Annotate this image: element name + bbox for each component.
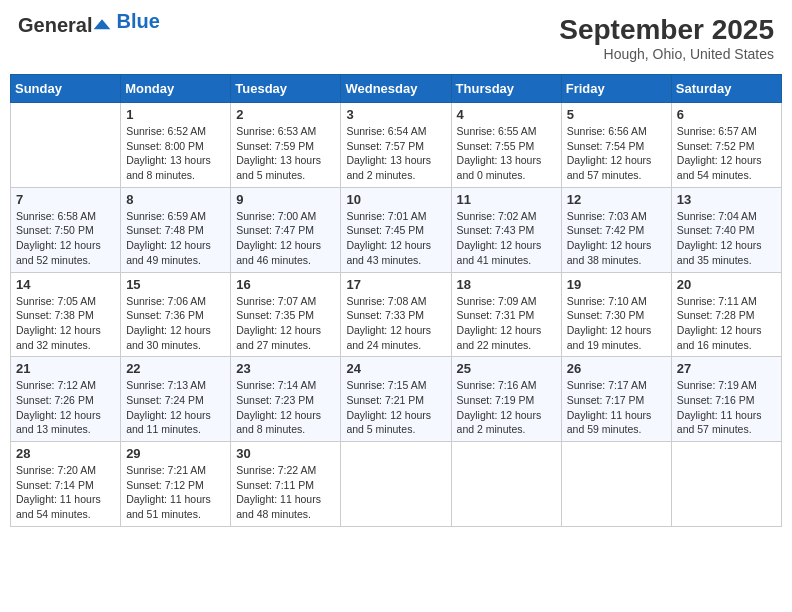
day-header-tuesday: Tuesday	[231, 75, 341, 103]
day-info: Sunrise: 7:22 AMSunset: 7:11 PMDaylight:…	[236, 463, 335, 522]
calendar-cell: 21Sunrise: 7:12 AMSunset: 7:26 PMDayligh…	[11, 357, 121, 442]
calendar-week-5: 28Sunrise: 7:20 AMSunset: 7:14 PMDayligh…	[11, 442, 782, 527]
calendar-cell	[341, 442, 451, 527]
day-info: Sunrise: 7:15 AMSunset: 7:21 PMDaylight:…	[346, 378, 445, 437]
calendar-cell: 8Sunrise: 6:59 AMSunset: 7:48 PMDaylight…	[121, 187, 231, 272]
subtitle: Hough, Ohio, United States	[559, 46, 774, 62]
calendar-week-2: 7Sunrise: 6:58 AMSunset: 7:50 PMDaylight…	[11, 187, 782, 272]
day-number: 25	[457, 361, 556, 376]
day-number: 20	[677, 277, 776, 292]
day-info: Sunrise: 7:11 AMSunset: 7:28 PMDaylight:…	[677, 294, 776, 353]
calendar-cell: 16Sunrise: 7:07 AMSunset: 7:35 PMDayligh…	[231, 272, 341, 357]
day-number: 15	[126, 277, 225, 292]
logo: General Blue	[18, 14, 160, 37]
header: General Blue September 2025 Hough, Ohio,…	[10, 10, 782, 66]
calendar-cell: 7Sunrise: 6:58 AMSunset: 7:50 PMDaylight…	[11, 187, 121, 272]
calendar-cell: 29Sunrise: 7:21 AMSunset: 7:12 PMDayligh…	[121, 442, 231, 527]
logo-general: General	[18, 14, 92, 37]
day-number: 6	[677, 107, 776, 122]
calendar-cell: 5Sunrise: 6:56 AMSunset: 7:54 PMDaylight…	[561, 103, 671, 188]
day-info: Sunrise: 6:58 AMSunset: 7:50 PMDaylight:…	[16, 209, 115, 268]
logo-icon	[92, 16, 112, 36]
day-number: 28	[16, 446, 115, 461]
day-number: 5	[567, 107, 666, 122]
day-info: Sunrise: 7:08 AMSunset: 7:33 PMDaylight:…	[346, 294, 445, 353]
day-info: Sunrise: 6:53 AMSunset: 7:59 PMDaylight:…	[236, 124, 335, 183]
day-header-friday: Friday	[561, 75, 671, 103]
day-info: Sunrise: 7:14 AMSunset: 7:23 PMDaylight:…	[236, 378, 335, 437]
day-info: Sunrise: 6:59 AMSunset: 7:48 PMDaylight:…	[126, 209, 225, 268]
calendar-cell: 26Sunrise: 7:17 AMSunset: 7:17 PMDayligh…	[561, 357, 671, 442]
day-info: Sunrise: 7:10 AMSunset: 7:30 PMDaylight:…	[567, 294, 666, 353]
calendar-cell: 9Sunrise: 7:00 AMSunset: 7:47 PMDaylight…	[231, 187, 341, 272]
day-header-monday: Monday	[121, 75, 231, 103]
calendar-cell: 27Sunrise: 7:19 AMSunset: 7:16 PMDayligh…	[671, 357, 781, 442]
day-number: 19	[567, 277, 666, 292]
day-info: Sunrise: 7:05 AMSunset: 7:38 PMDaylight:…	[16, 294, 115, 353]
day-number: 30	[236, 446, 335, 461]
calendar-cell	[561, 442, 671, 527]
day-number: 11	[457, 192, 556, 207]
calendar-cell: 28Sunrise: 7:20 AMSunset: 7:14 PMDayligh…	[11, 442, 121, 527]
day-number: 14	[16, 277, 115, 292]
day-number: 27	[677, 361, 776, 376]
day-number: 29	[126, 446, 225, 461]
calendar-cell	[451, 442, 561, 527]
day-info: Sunrise: 7:09 AMSunset: 7:31 PMDaylight:…	[457, 294, 556, 353]
calendar-cell: 20Sunrise: 7:11 AMSunset: 7:28 PMDayligh…	[671, 272, 781, 357]
calendar-week-3: 14Sunrise: 7:05 AMSunset: 7:38 PMDayligh…	[11, 272, 782, 357]
day-number: 24	[346, 361, 445, 376]
day-number: 4	[457, 107, 556, 122]
day-info: Sunrise: 7:13 AMSunset: 7:24 PMDaylight:…	[126, 378, 225, 437]
calendar-cell: 22Sunrise: 7:13 AMSunset: 7:24 PMDayligh…	[121, 357, 231, 442]
day-number: 17	[346, 277, 445, 292]
day-number: 10	[346, 192, 445, 207]
calendar: SundayMondayTuesdayWednesdayThursdayFrid…	[10, 74, 782, 527]
svg-marker-0	[94, 19, 111, 29]
day-header-saturday: Saturday	[671, 75, 781, 103]
day-number: 8	[126, 192, 225, 207]
calendar-cell: 17Sunrise: 7:08 AMSunset: 7:33 PMDayligh…	[341, 272, 451, 357]
day-number: 9	[236, 192, 335, 207]
calendar-cell: 4Sunrise: 6:55 AMSunset: 7:55 PMDaylight…	[451, 103, 561, 188]
day-info: Sunrise: 7:17 AMSunset: 7:17 PMDaylight:…	[567, 378, 666, 437]
calendar-cell: 30Sunrise: 7:22 AMSunset: 7:11 PMDayligh…	[231, 442, 341, 527]
calendar-cell: 14Sunrise: 7:05 AMSunset: 7:38 PMDayligh…	[11, 272, 121, 357]
day-info: Sunrise: 7:12 AMSunset: 7:26 PMDaylight:…	[16, 378, 115, 437]
calendar-cell: 6Sunrise: 6:57 AMSunset: 7:52 PMDaylight…	[671, 103, 781, 188]
day-number: 1	[126, 107, 225, 122]
calendar-cell	[11, 103, 121, 188]
calendar-cell	[671, 442, 781, 527]
day-info: Sunrise: 6:56 AMSunset: 7:54 PMDaylight:…	[567, 124, 666, 183]
calendar-cell: 13Sunrise: 7:04 AMSunset: 7:40 PMDayligh…	[671, 187, 781, 272]
calendar-cell: 2Sunrise: 6:53 AMSunset: 7:59 PMDaylight…	[231, 103, 341, 188]
day-number: 2	[236, 107, 335, 122]
day-info: Sunrise: 7:04 AMSunset: 7:40 PMDaylight:…	[677, 209, 776, 268]
day-header-sunday: Sunday	[11, 75, 121, 103]
day-number: 23	[236, 361, 335, 376]
calendar-cell: 12Sunrise: 7:03 AMSunset: 7:42 PMDayligh…	[561, 187, 671, 272]
calendar-cell: 10Sunrise: 7:01 AMSunset: 7:45 PMDayligh…	[341, 187, 451, 272]
day-header-wednesday: Wednesday	[341, 75, 451, 103]
main-title: September 2025	[559, 14, 774, 46]
calendar-cell: 18Sunrise: 7:09 AMSunset: 7:31 PMDayligh…	[451, 272, 561, 357]
day-info: Sunrise: 7:00 AMSunset: 7:47 PMDaylight:…	[236, 209, 335, 268]
day-header-thursday: Thursday	[451, 75, 561, 103]
day-info: Sunrise: 7:20 AMSunset: 7:14 PMDaylight:…	[16, 463, 115, 522]
day-info: Sunrise: 7:07 AMSunset: 7:35 PMDaylight:…	[236, 294, 335, 353]
day-number: 13	[677, 192, 776, 207]
day-number: 21	[16, 361, 115, 376]
day-info: Sunrise: 6:52 AMSunset: 8:00 PMDaylight:…	[126, 124, 225, 183]
calendar-week-4: 21Sunrise: 7:12 AMSunset: 7:26 PMDayligh…	[11, 357, 782, 442]
calendar-cell: 3Sunrise: 6:54 AMSunset: 7:57 PMDaylight…	[341, 103, 451, 188]
day-number: 7	[16, 192, 115, 207]
day-info: Sunrise: 7:16 AMSunset: 7:19 PMDaylight:…	[457, 378, 556, 437]
calendar-cell: 11Sunrise: 7:02 AMSunset: 7:43 PMDayligh…	[451, 187, 561, 272]
day-info: Sunrise: 7:06 AMSunset: 7:36 PMDaylight:…	[126, 294, 225, 353]
day-number: 3	[346, 107, 445, 122]
calendar-header-row: SundayMondayTuesdayWednesdayThursdayFrid…	[11, 75, 782, 103]
day-info: Sunrise: 6:55 AMSunset: 7:55 PMDaylight:…	[457, 124, 556, 183]
title-section: September 2025 Hough, Ohio, United State…	[559, 14, 774, 62]
day-info: Sunrise: 7:01 AMSunset: 7:45 PMDaylight:…	[346, 209, 445, 268]
calendar-week-1: 1Sunrise: 6:52 AMSunset: 8:00 PMDaylight…	[11, 103, 782, 188]
